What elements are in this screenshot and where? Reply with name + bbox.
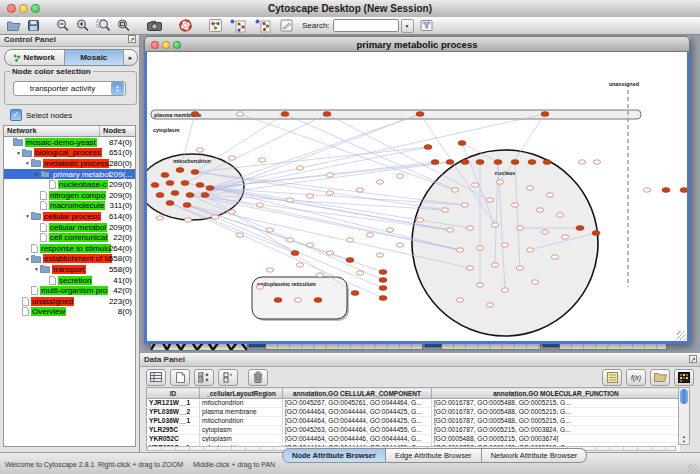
vizmapper-icon[interactable]: [209, 18, 222, 33]
tree-column-network[interactable]: Network: [4, 126, 100, 136]
tab-node-attribute-browser[interactable]: Node Attribute Browser: [282, 448, 386, 463]
tab-mosaic[interactable]: Mosaic: [65, 50, 125, 65]
table-cell[interactable]: [GO:0044464, GO:0044444, GO:0044425, G..…: [283, 407, 432, 416]
search-input[interactable]: [333, 19, 399, 32]
open-icon[interactable]: [7, 18, 21, 33]
table-row[interactable]: YPL036W__1mitochondrion[GO:0044464, GO:0…: [147, 416, 681, 425]
table-cell[interactable]: YKR052C: [147, 434, 200, 443]
table-cell[interactable]: [GO:0016787, GO:0005488, GO:0005215, G..…: [432, 407, 681, 416]
column-header[interactable]: annotation.GO MOLECULAR_FUNCTION: [432, 388, 681, 399]
attribute-matrix-icon[interactable]: [602, 369, 622, 386]
tree-item[interactable]: ▼cellular process614(0): [4, 211, 135, 222]
table-cell[interactable]: plasma membrane: [200, 407, 283, 416]
zoom-selected-icon[interactable]: [96, 18, 110, 33]
table-cell[interactable]: [GO:0016787, GO:0005488, GO:0005215, G..…: [432, 416, 681, 425]
attribute-select-icon[interactable]: [146, 369, 166, 386]
tree-item[interactable]: ▼biological_process651(0): [4, 148, 135, 159]
create-attribute-icon[interactable]: [170, 369, 190, 386]
tree-item[interactable]: multi-organism pro42(0): [4, 285, 135, 296]
tab-network[interactable]: Network: [5, 50, 65, 65]
table-cell[interactable]: [GO:0044464, GO:0044446, GO:0044444, G..…: [283, 434, 432, 443]
table-cell[interactable]: cytoplasm: [200, 425, 283, 434]
tree-item[interactable]: Overview8(0): [4, 307, 135, 318]
app-resize-grip[interactable]: [688, 464, 697, 473]
scrollbar-arrows[interactable]: ▲▼: [679, 434, 689, 444]
window-resize-grip[interactable]: [677, 331, 686, 340]
table-cell[interactable]: YJR121W__1: [147, 399, 200, 408]
table-row[interactable]: YJR121W__1mitochondrion[GO:0045267, GO:0…: [147, 399, 681, 408]
unselect-all-attributes-icon[interactable]: [218, 369, 238, 386]
table-row[interactable]: YKR052Ccytoplasm[GO:0044464, GO:0044446,…: [147, 434, 681, 443]
layout-2-icon[interactable]: [255, 18, 271, 33]
table-cell[interactable]: YPL036W__1: [147, 416, 200, 425]
tree-item-label: cellular process: [43, 212, 101, 221]
scrollbar-thumb[interactable]: [680, 389, 688, 404]
tree-item[interactable]: cell communicat22(0): [4, 232, 135, 243]
attribute-toolbar: f(x): [146, 369, 694, 385]
tree-item[interactable]: cellular metabol209(0): [4, 222, 135, 233]
table-row[interactable]: YPL036W__2plasma membrane[GO:0044464, GO…: [147, 407, 681, 416]
tree-item[interactable]: secretion41(0): [4, 275, 135, 286]
table-row[interactable]: YLR295Ccytoplasm[GO:0045263, GO:0044464,…: [147, 425, 681, 434]
expand-icon[interactable]: ▼: [24, 160, 31, 166]
tree-item[interactable]: ▼primary metabol209(...: [4, 169, 135, 180]
tree-item[interactable]: nitrogen compo209(0): [4, 190, 135, 201]
delete-attribute-icon[interactable]: [248, 369, 268, 386]
float-panel-icon[interactable]: ↗: [128, 35, 136, 43]
layout-1-icon[interactable]: [230, 18, 246, 33]
network-canvas[interactable]: plasma membranecytoplasmmitochondrionnuc…: [144, 52, 690, 344]
tab-edge-attribute-browser[interactable]: Edge Attribute Browser: [386, 448, 482, 463]
save-icon[interactable]: [28, 18, 39, 33]
tab-network-attribute-browser[interactable]: Network Attribute Browser: [482, 448, 588, 463]
annotation-icon[interactable]: [280, 18, 293, 33]
select-all-attributes-icon[interactable]: [194, 369, 214, 386]
network-tab-icon: [13, 54, 21, 62]
attribute-heatmap-icon[interactable]: [674, 369, 694, 386]
table-cell[interactable]: [GO:0016787, GO:0005215, GO:0003824, G..…: [432, 425, 681, 434]
table-cell[interactable]: YPL036W__2: [147, 407, 200, 416]
tree-item[interactable]: mosaic-demo-yeast874(0): [4, 137, 135, 148]
expand-icon[interactable]: ▼: [24, 213, 31, 219]
tree-item[interactable]: ▼establishment of lo558(0): [4, 254, 135, 265]
table-cell[interactable]: cytoplasm: [200, 434, 283, 443]
tree-item[interactable]: ▼metabolic process280(0): [4, 158, 135, 169]
tree-item[interactable]: response to stimulu264(0): [4, 243, 135, 254]
table-cell[interactable]: [GO:0005488, GO:0005215, GO:0003674]: [432, 434, 681, 443]
tree-item[interactable]: ▼transport558(0): [4, 264, 135, 275]
zoom-out-icon[interactable]: [56, 18, 69, 33]
tab-overflow-icon[interactable]: ►: [124, 50, 137, 65]
table-cell[interactable]: YLR295C: [147, 425, 200, 434]
table-cell[interactable]: [GO:0045267, GO:0045261, GO:0044464, G..…: [283, 399, 432, 408]
search-combo-arrow-icon[interactable]: ▼: [401, 19, 414, 33]
expand-icon[interactable]: ▼: [24, 256, 31, 262]
zoom-fit-icon[interactable]: [117, 18, 130, 33]
select-nodes-checkbox[interactable]: ✓: [10, 109, 22, 121]
folder-icon: [31, 159, 41, 167]
import-attributes-icon[interactable]: [650, 369, 670, 386]
table-cell[interactable]: [GO:0045263, GO:0044464, GO:0044455, G..…: [283, 425, 432, 434]
column-header[interactable]: _cellularLayoutRegion: [200, 388, 283, 399]
table-cell[interactable]: mitochondrion: [200, 399, 283, 408]
tree-item[interactable]: nucleobase-c209(0): [4, 179, 135, 190]
column-header[interactable]: ID: [147, 388, 200, 399]
expand-icon[interactable]: ▼: [15, 150, 22, 156]
tree-item[interactable]: unassigned223(0): [4, 296, 135, 307]
search-filter-icon[interactable]: [420, 18, 433, 33]
tree-item[interactable]: macromolecule311(0): [4, 201, 135, 212]
float-panel-icon[interactable]: ↗: [689, 355, 697, 363]
help-icon[interactable]: [179, 18, 192, 33]
table-cell[interactable]: [GO:0016787, GO:0005488, GO:0005215, G..…: [432, 399, 681, 408]
node-color-dropdown[interactable]: transporter activity ▲▼: [13, 81, 126, 96]
expand-icon[interactable]: ▼: [33, 171, 40, 177]
network-window-titlebar[interactable]: primary metabolic process: [144, 36, 690, 52]
snapshot-icon[interactable]: [147, 18, 162, 33]
zoom-in-icon[interactable]: [76, 18, 89, 33]
expand-icon[interactable]: ▼: [33, 266, 40, 272]
tree-column-nodes[interactable]: Nodes: [100, 126, 126, 136]
table-cell[interactable]: [GO:0044464, GO:0044444, GO:0044425, G..…: [283, 416, 432, 425]
network-graph[interactable]: plasma membranecytoplasmmitochondrionnuc…: [147, 52, 687, 338]
function-builder-icon[interactable]: f(x): [626, 369, 646, 386]
column-header[interactable]: annotation.GO CELLULAR_COMPONENT: [283, 388, 432, 399]
table-vertical-scrollbar[interactable]: ▲▼: [678, 387, 690, 445]
table-cell[interactable]: mitochondrion: [200, 416, 283, 425]
